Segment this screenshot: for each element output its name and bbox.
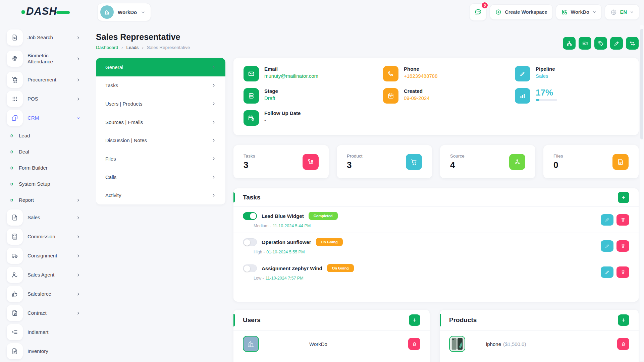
tab-general[interactable]: General <box>96 58 225 76</box>
delete-task-button[interactable] <box>616 240 629 252</box>
logo-dot <box>21 10 25 14</box>
breadcrumb-separator: › <box>121 45 123 50</box>
sidebar-item-label: Consignment <box>28 253 71 259</box>
sidebar-item-commission[interactable]: Commission <box>7 229 80 245</box>
tab-tasks[interactable]: Tasks <box>96 76 225 95</box>
grid-plus-icon <box>561 9 568 15</box>
chevron-right-icon <box>212 65 216 69</box>
task-toggle[interactable] <box>243 264 257 272</box>
sidebar-item-label: Biometric Attendance <box>28 53 71 65</box>
sidebar-subitem-lead[interactable]: Lead <box>10 129 80 142</box>
plus-icon <box>412 317 417 323</box>
sidebar-item-consignment[interactable]: Consignment <box>7 248 80 264</box>
tasks-section: Tasks Lead Blue Widget Completed Medium … <box>233 188 639 302</box>
video-call-button[interactable] <box>579 37 591 50</box>
sidebar-item-biometric-attendance[interactable]: Biometric Attendance <box>7 49 80 69</box>
tasks-header: Tasks <box>233 188 639 206</box>
remove-product-button[interactable] <box>617 338 629 350</box>
trash-icon <box>621 243 626 248</box>
field-value: Sales <box>536 73 555 79</box>
sidebar-item-contract[interactable]: Contract <box>7 305 80 321</box>
product-price: ($1,500.0) <box>503 341 526 347</box>
tab-sources-emails[interactable]: Sources | Emails <box>96 113 225 131</box>
phone-icon <box>383 66 398 81</box>
sidebar-item-crm[interactable]: CRM <box>7 110 80 126</box>
workspace-menu-button[interactable]: WorkDo <box>556 4 602 20</box>
add-task-button[interactable] <box>618 192 629 203</box>
breadcrumb-leads[interactable]: Leads <box>126 45 139 50</box>
sidebar-subitem-report[interactable]: Report <box>10 193 80 207</box>
remove-user-button[interactable] <box>408 338 420 350</box>
grid-dots-icon <box>7 91 23 107</box>
workspace-menu-label: WorkDo <box>571 9 589 15</box>
add-product-button[interactable] <box>618 314 629 326</box>
products-section: Products iphone ($1,500.0) <box>440 310 639 362</box>
stat-product: Product 3 <box>337 145 432 178</box>
pen-icon <box>515 66 530 81</box>
sidebar-item-label: Sales <box>28 215 71 221</box>
edit-task-button[interactable] <box>601 214 613 226</box>
brand-logo: DASH <box>21 5 70 17</box>
sidebar-item-sales-agent[interactable]: Sales Agent <box>7 267 80 283</box>
edit-lead-button[interactable] <box>610 37 623 50</box>
edit-task-button[interactable] <box>601 266 613 278</box>
labels-button[interactable] <box>594 37 607 50</box>
sidebar-subitem-system-setup[interactable]: System Setup <box>10 177 80 191</box>
sidebar-item-inventory[interactable]: Inventory <box>7 343 80 359</box>
tab-discussion-notes[interactable]: Discussion | Notes <box>96 131 225 150</box>
tab-users-products[interactable]: Users | Products <box>96 95 225 113</box>
chevron-right-icon <box>76 311 80 315</box>
tab-activity[interactable]: Activity <box>96 186 225 204</box>
scrollbar-thumb[interactable] <box>640 29 643 139</box>
sidebar-item-pos[interactable]: POS <box>7 91 80 107</box>
sidebar-item-salesforce[interactable]: Salesforce <box>7 286 80 302</box>
language-label: EN <box>620 9 627 15</box>
create-workspace-button[interactable]: Create Workspace <box>490 4 552 20</box>
sidebar-subitem-form-builder[interactable]: Form Builder <box>10 161 80 175</box>
trash-icon <box>621 342 626 347</box>
tab-files[interactable]: Files <box>96 149 225 168</box>
delete-task-button[interactable] <box>616 214 629 226</box>
sidebar-subitem-label: Form Builder <box>19 165 80 171</box>
overview-progress: 17% <box>515 88 629 110</box>
tab-label: General <box>105 64 123 70</box>
tab-calls[interactable]: Calls <box>96 168 225 186</box>
sidebar-item-job-search[interactable]: Job Search <box>7 29 80 46</box>
chevron-right-icon <box>76 273 80 277</box>
list-tree-icon <box>303 154 319 170</box>
trash-icon <box>621 269 626 275</box>
user-row: WorkDo <box>233 330 430 357</box>
language-selector[interactable]: EN <box>605 4 639 20</box>
chevron-right-icon <box>212 175 216 179</box>
task-toggle[interactable] <box>243 212 257 220</box>
field-label: Email <box>264 66 318 72</box>
chevron-right-icon <box>76 254 80 258</box>
chevron-right-icon <box>212 138 216 142</box>
tab-label: Discussion | Notes <box>105 137 147 143</box>
task-row: Lead Blue Widget Completed Medium -11-10… <box>233 206 639 233</box>
sidebar-item-sales[interactable]: Sales <box>7 209 80 226</box>
chevron-right-icon <box>212 102 216 106</box>
sidebar-item-procurement[interactable]: Procurement <box>7 72 80 88</box>
sidebar-item-indiamart[interactable]: Indiamart <box>7 324 80 340</box>
thumbs-up-icon <box>7 286 23 302</box>
sidebar-item-label: POS <box>28 96 71 102</box>
edit-task-button[interactable] <box>601 240 613 252</box>
breadcrumb-dashboard[interactable]: Dashboard <box>96 45 118 50</box>
page-scrollbar[interactable] <box>640 25 644 361</box>
pipeline-structure-button[interactable] <box>563 37 576 50</box>
task-toggle[interactable] <box>243 238 257 246</box>
plus-circle-icon <box>495 9 502 15</box>
messages-button[interactable]: 0 <box>469 3 487 21</box>
overview-phone: Phone +16239488788 <box>383 66 515 88</box>
workspace-switcher[interactable]: WorkDo <box>97 3 151 21</box>
sidebar-subitem-deal[interactable]: Deal <box>10 145 80 159</box>
trash-icon <box>412 342 417 347</box>
add-user-button[interactable] <box>409 314 420 326</box>
convert-to-deal-button[interactable] <box>626 37 639 50</box>
trash-icon <box>621 217 626 222</box>
delete-task-button[interactable] <box>616 266 629 278</box>
tag-icon <box>598 40 604 47</box>
section-title: Tasks <box>243 194 260 201</box>
field-value: Draft <box>264 95 278 101</box>
